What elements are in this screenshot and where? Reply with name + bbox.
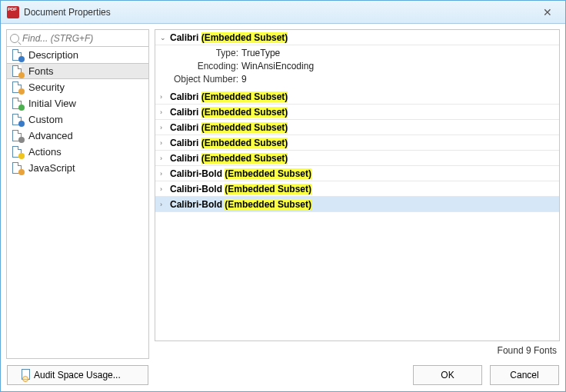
chevron-right-icon: ›: [160, 201, 168, 208]
font-row[interactable]: ›Calibri (Embedded Subset): [155, 120, 559, 135]
sidebar: DescriptionFontsSecurityInitial ViewCust…: [6, 29, 149, 359]
audit-label: Audit Space Usage...: [34, 370, 121, 380]
font-name: Calibri-Bold (Embedded Subset): [170, 199, 311, 210]
sidebar-item-label: Security: [28, 81, 65, 93]
font-details: Type:TrueTypeEncoding:WinAnsiEncodingObj…: [155, 45, 559, 89]
chevron-right-icon: ›: [160, 139, 168, 147]
sidebar-item-label: Custom: [28, 114, 63, 125]
font-row[interactable]: ›Calibri-Bold (Embedded Subset): [155, 197, 559, 212]
page-icon: [12, 98, 24, 110]
search-input[interactable]: [22, 33, 145, 44]
sidebar-item-label: JavaScript: [28, 162, 75, 174]
sidebar-item-label: Advanced: [28, 130, 73, 141]
page-icon: [12, 114, 24, 126]
font-name: Calibri-Bold (Embedded Subset): [170, 184, 311, 194]
chevron-down-icon: ⌄: [160, 34, 168, 42]
page-icon: [12, 130, 24, 142]
chevron-right-icon: ›: [160, 93, 168, 101]
font-list[interactable]: ⌄Calibri (Embedded Subset)Type:TrueTypeE…: [155, 29, 560, 341]
font-name: Calibri (Embedded Subset): [170, 107, 288, 118]
sidebar-item-actions[interactable]: Actions: [7, 144, 148, 160]
sidebar-item-fonts[interactable]: Fonts: [7, 63, 148, 79]
font-name: Calibri (Embedded Subset): [170, 153, 288, 164]
sidebar-item-security[interactable]: Security: [7, 79, 148, 95]
detail-value-type: TrueType: [241, 47, 280, 60]
font-name: Calibri (Embedded Subset): [170, 32, 288, 43]
sidebar-item-initial-view[interactable]: Initial View: [7, 95, 148, 111]
page-icon: [12, 49, 24, 61]
sidebar-item-label: Fonts: [28, 65, 54, 77]
page-icon: [12, 162, 24, 174]
font-row[interactable]: ›Calibri-Bold (Embedded Subset): [155, 166, 559, 181]
sidebar-item-description[interactable]: Description: [7, 47, 148, 63]
font-row[interactable]: ⌄Calibri (Embedded Subset): [155, 30, 559, 45]
font-name: Calibri (Embedded Subset): [170, 138, 288, 148]
chevron-right-icon: ›: [160, 154, 168, 162]
sidebar-item-label: Description: [28, 49, 78, 61]
chevron-right-icon: ›: [160, 170, 168, 178]
page-icon: [12, 81, 24, 94]
sidebar-item-javascript[interactable]: JavaScript: [7, 160, 148, 176]
page-icon: [12, 65, 24, 78]
search-wrap: [7, 30, 148, 47]
font-row[interactable]: ›Calibri (Embedded Subset): [155, 105, 559, 120]
sidebar-item-advanced[interactable]: Advanced: [7, 128, 148, 144]
detail-label-type: Type:: [158, 47, 241, 60]
footer: Audit Space Usage... OK Cancel: [1, 359, 565, 391]
font-row[interactable]: ›Calibri (Embedded Subset): [155, 89, 559, 105]
app-icon: [7, 6, 19, 18]
found-count: Found 9 Fonts: [155, 341, 560, 359]
cancel-button[interactable]: Cancel: [490, 365, 559, 385]
audit-icon: [15, 369, 28, 381]
titlebar: Document Properties ✕: [1, 1, 565, 24]
detail-label-object-number: Object Number:: [158, 73, 241, 86]
content-area: DescriptionFontsSecurityInitial ViewCust…: [1, 24, 565, 359]
sidebar-item-custom[interactable]: Custom: [7, 111, 148, 128]
font-name: Calibri-Bold (Embedded Subset): [170, 168, 311, 179]
font-name: Calibri (Embedded Subset): [170, 122, 288, 133]
font-name: Calibri (Embedded Subset): [170, 91, 288, 102]
detail-label-encoding: Encoding:: [158, 60, 241, 73]
font-row[interactable]: ›Calibri-Bold (Embedded Subset): [155, 181, 559, 197]
sidebar-item-label: Actions: [28, 146, 62, 158]
audit-space-button[interactable]: Audit Space Usage...: [7, 365, 148, 385]
page-icon: [12, 146, 24, 158]
main-panel: ⌄Calibri (Embedded Subset)Type:TrueTypeE…: [155, 29, 560, 359]
chevron-right-icon: ›: [160, 108, 168, 116]
detail-value-encoding: WinAnsiEncoding: [241, 60, 314, 73]
font-row[interactable]: ›Calibri (Embedded Subset): [155, 135, 559, 151]
font-row[interactable]: ›Calibri (Embedded Subset): [155, 151, 559, 166]
detail-value-object-number: 9: [241, 73, 247, 86]
search-icon: [10, 34, 19, 43]
window-title: Document Properties: [24, 7, 536, 18]
chevron-right-icon: ›: [160, 185, 168, 193]
ok-button[interactable]: OK: [413, 365, 482, 385]
sidebar-nav: DescriptionFontsSecurityInitial ViewCust…: [7, 47, 148, 358]
sidebar-item-label: Initial View: [28, 98, 76, 109]
close-button[interactable]: ✕: [536, 5, 559, 20]
chevron-right-icon: ›: [160, 124, 168, 131]
